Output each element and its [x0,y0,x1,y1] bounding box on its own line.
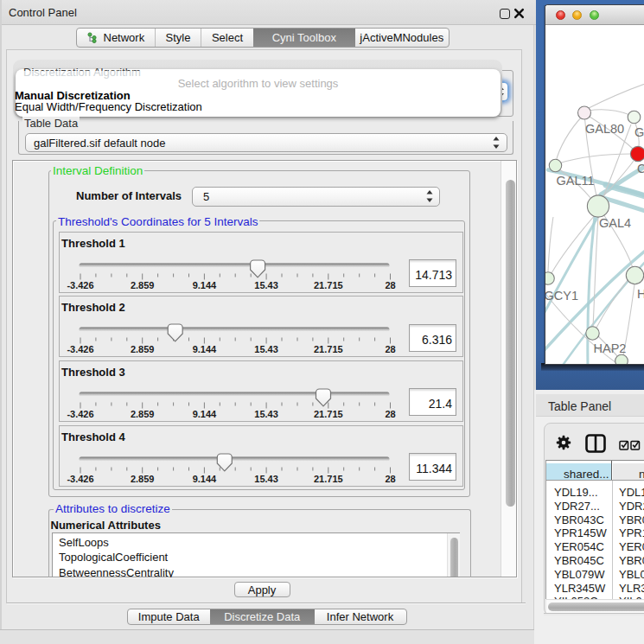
svg-text:2.859: 2.859 [131,280,155,290]
svg-text:28: 28 [385,344,395,354]
svg-text:-3.426: -3.426 [67,474,93,484]
svg-text:GAL11: GAL11 [557,174,595,188]
svg-text:15.43: 15.43 [254,280,278,290]
svg-text:2.859: 2.859 [131,344,155,354]
svg-text:H: H [637,287,644,301]
svg-text:21.715: 21.715 [314,474,343,484]
svg-text:9.144: 9.144 [193,280,217,290]
svg-text:21.715: 21.715 [314,280,343,290]
svg-text:15.43: 15.43 [254,474,278,484]
svg-text:28: 28 [385,409,395,419]
svg-text:9.144: 9.144 [193,344,217,354]
svg-text:C: C [637,162,644,175]
svg-text:21.715: 21.715 [314,409,343,419]
svg-text:15.43: 15.43 [254,409,278,419]
svg-text:21.715: 21.715 [314,344,343,354]
svg-text:HAP2: HAP2 [594,341,627,355]
svg-text:GAL4: GAL4 [599,216,631,230]
svg-text:GCY1: GCY1 [545,289,578,303]
svg-text:GAL: GAL [634,125,644,139]
svg-text:9.144: 9.144 [193,474,217,484]
svg-text:15.43: 15.43 [254,344,278,354]
svg-text:28: 28 [385,474,395,484]
svg-text:9.144: 9.144 [193,409,217,419]
svg-text:2.859: 2.859 [131,409,155,419]
svg-text:-3.426: -3.426 [67,344,93,354]
svg-text:2.859: 2.859 [131,474,155,484]
svg-text:-3.426: -3.426 [67,409,93,419]
svg-text:28: 28 [385,280,395,290]
svg-text:GAL80: GAL80 [585,122,624,136]
svg-text:-3.426: -3.426 [67,280,93,290]
